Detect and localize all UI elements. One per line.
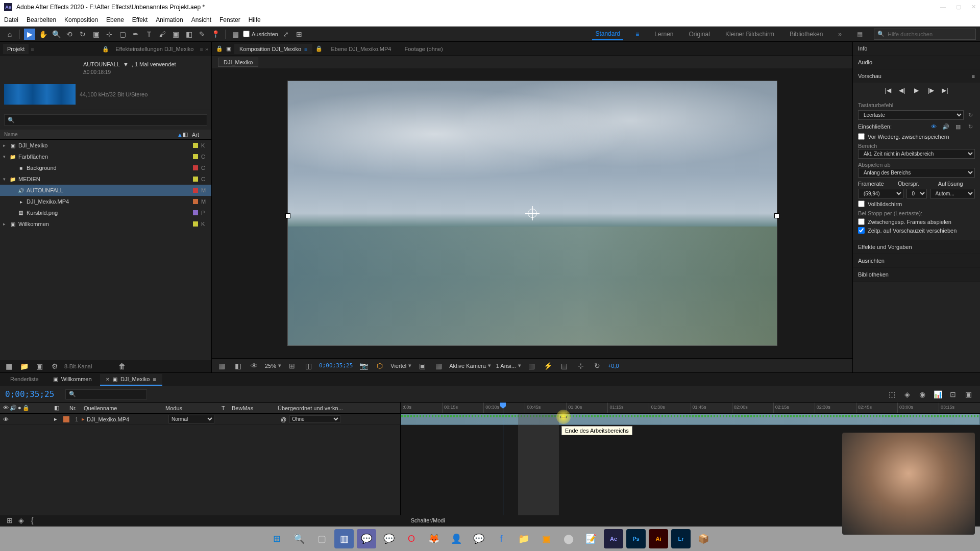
grid-icon[interactable]: ⊞ xyxy=(286,360,298,371)
audio-include-icon[interactable]: 🔊 xyxy=(941,122,950,131)
project-item[interactable]: 🖼Kursbild.pngP xyxy=(0,207,211,218)
zoom-dropdown[interactable]: 25% ▾ xyxy=(265,362,281,369)
audio-col-icon[interactable]: 🔊 xyxy=(10,405,17,411)
twirl-icon[interactable]: ▸ xyxy=(54,416,61,422)
anchor-point-icon[interactable] xyxy=(528,209,537,218)
bit-depth[interactable]: 8-Bit-Kanal xyxy=(64,363,92,369)
cacheframes-checkbox[interactable] xyxy=(858,218,865,225)
overlay-include-icon[interactable]: ▦ xyxy=(953,122,963,131)
graph-icon[interactable]: 📊 xyxy=(932,389,943,400)
lr-taskbar-icon[interactable]: Lr xyxy=(671,529,691,548)
menu-ebene[interactable]: Ebene xyxy=(106,16,124,23)
shy-icon[interactable]: ⬚ xyxy=(886,389,897,400)
tab-willkommen[interactable]: ▣Willkommen xyxy=(47,374,98,386)
flowchart-icon[interactable]: ⊹ xyxy=(575,360,586,371)
tab-menu2-icon[interactable]: ≡ xyxy=(200,46,203,52)
channel-icon[interactable]: ◧ xyxy=(232,360,243,371)
last-frame-button[interactable]: ▶| xyxy=(941,86,950,95)
asset-dropdown-icon[interactable]: ▼ xyxy=(123,61,129,67)
video-include-icon[interactable]: 👁 xyxy=(929,122,938,131)
fast-preview-icon[interactable]: ⚡ xyxy=(543,360,554,371)
ruler-tick[interactable]: 02:45s xyxy=(856,403,897,413)
obs-icon[interactable]: ⬤ xyxy=(559,529,578,548)
roi-icon[interactable]: ▣ xyxy=(416,360,428,371)
motion-blur-icon[interactable]: ◉ xyxy=(917,389,928,400)
col-name[interactable]: Name xyxy=(4,132,177,137)
layer-name[interactable]: ▸DJI_Mexiko.MP4 xyxy=(82,416,168,422)
settings-icon[interactable]: ⚙ xyxy=(49,361,60,372)
col-nr[interactable]: Nr. xyxy=(69,405,84,411)
anchor-tool[interactable]: ⊹ xyxy=(104,29,115,40)
tab-projekt[interactable]: Projekt xyxy=(3,44,29,54)
facebook-icon[interactable]: f xyxy=(492,529,511,548)
ruler-tick[interactable]: 01:45s xyxy=(691,403,732,413)
timeline-timecode[interactable]: 0;00;35;25 xyxy=(0,389,61,399)
first-frame-button[interactable]: |◀ xyxy=(884,86,893,95)
lock2-icon[interactable]: 🔒 xyxy=(315,45,323,52)
col-art[interactable]: Art xyxy=(192,132,207,138)
start-button[interactable]: ⊞ xyxy=(267,529,286,548)
project-item[interactable]: ▸DJI_Mexiko.MP4M xyxy=(0,196,211,207)
workspace-standard[interactable]: Standard xyxy=(592,28,623,40)
app1-icon[interactable]: 👤 xyxy=(447,529,466,548)
play-button[interactable]: ▶ xyxy=(912,86,921,95)
messenger-icon[interactable]: 💬 xyxy=(469,529,488,548)
maximize-button[interactable]: ▢ xyxy=(956,4,961,10)
ruler-tick[interactable]: 02:00s xyxy=(732,403,773,413)
framerate-select[interactable]: (59,94) xyxy=(858,189,903,198)
panel-bibliotheken[interactable]: Bibliotheken xyxy=(853,268,980,281)
tab-effekt[interactable]: Effekteinstellungen DJI_Mexiko xyxy=(111,44,198,54)
project-search[interactable]: 🔍 xyxy=(4,114,207,126)
lock-col-icon[interactable]: 🔒 xyxy=(22,405,30,411)
skip-select[interactable]: 0 xyxy=(906,189,927,198)
timeline-search[interactable]: 🔍 xyxy=(65,389,147,399)
sort-icon[interactable]: ▲ xyxy=(177,132,183,138)
viewer-timecode[interactable]: 0;00;35;25 xyxy=(319,362,353,369)
home-button[interactable]: ⌂ xyxy=(4,29,15,40)
ae-taskbar-icon[interactable]: Ae xyxy=(604,529,623,548)
pixel-aspect-icon[interactable]: ▥ xyxy=(526,360,537,371)
movetime-checkbox[interactable] xyxy=(858,227,865,234)
panel-ausrichten[interactable]: Ausrichten xyxy=(853,254,980,267)
interpret-icon[interactable]: ▦ xyxy=(3,361,14,372)
views-dropdown[interactable]: 1 Ansi... ▾ xyxy=(496,362,521,369)
next-frame-button[interactable]: |▶ xyxy=(926,86,936,95)
layer-bar[interactable] xyxy=(401,414,980,425)
ruler-tick[interactable]: 02:15s xyxy=(773,403,815,413)
resolution-select[interactable]: Autom... xyxy=(930,189,975,198)
zoom-tool[interactable]: 🔍 xyxy=(51,29,62,40)
snap-options-icon[interactable]: ⤢ xyxy=(280,29,291,40)
solo-col-icon[interactable]: ● xyxy=(18,405,21,411)
ruler-tick[interactable]: 00:15s xyxy=(442,403,483,413)
workspace-panel-icon[interactable]: ▦ xyxy=(854,29,866,40)
ruler-tick[interactable]: 03:00s xyxy=(897,403,939,413)
loop-icon[interactable]: ↻ xyxy=(966,122,975,131)
tab-menu-icon[interactable]: ≡ xyxy=(31,46,34,52)
tab-footage[interactable]: Footage (ohne) xyxy=(399,44,448,54)
workspace-klein[interactable]: Kleiner Bildschirm xyxy=(722,29,777,40)
footer-label[interactable]: Schalter/Modi xyxy=(411,517,445,523)
menu-ansicht[interactable]: Ansicht xyxy=(191,16,211,23)
project-item[interactable]: 🔊AUTOUNFALLM xyxy=(0,185,211,196)
notepad-icon[interactable]: 📝 xyxy=(581,529,601,548)
tab-renderliste[interactable]: Renderliste xyxy=(4,374,45,385)
time-ruler[interactable]: :00s00:15s00:30s00:45s01:00s01:15s01:30s… xyxy=(401,403,980,414)
tab-overflow-icon[interactable]: » xyxy=(205,46,208,52)
opera-icon[interactable]: O xyxy=(402,529,421,548)
snap-icon[interactable]: ▦ xyxy=(230,29,241,40)
col-tag-icon[interactable]: ◧ xyxy=(54,405,69,411)
guides-icon[interactable]: ◫ xyxy=(303,360,314,371)
video-preview[interactable] xyxy=(287,81,777,346)
exposure-value[interactable]: +0,0 xyxy=(608,363,619,369)
bereich-select[interactable]: Akt. Zeit nicht in Arbeitsbereich xyxy=(858,149,975,159)
shortcut-select[interactable]: Leertaste xyxy=(858,110,964,120)
roto-tool[interactable]: ✎ xyxy=(197,29,208,40)
timeline-icon[interactable]: ▤ xyxy=(559,360,570,371)
workspace-lernen[interactable]: Lernen xyxy=(651,29,676,40)
color-icon[interactable]: ⬡ xyxy=(374,360,385,371)
new-comp-icon[interactable]: ▣ xyxy=(34,361,45,372)
new-folder-icon[interactable]: 📁 xyxy=(18,361,30,372)
draft-icon[interactable]: ⊡ xyxy=(947,389,959,400)
stamp-tool[interactable]: ▣ xyxy=(170,29,181,40)
ruler-tick[interactable]: 01:15s xyxy=(607,403,649,413)
